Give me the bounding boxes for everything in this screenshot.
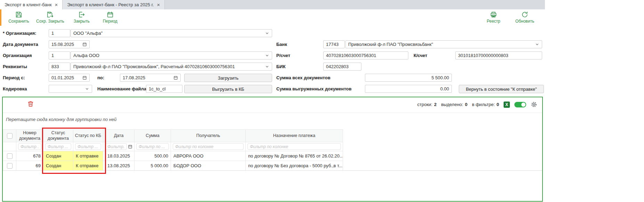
encoding-select[interactable] xyxy=(49,85,92,93)
cell-purpose: по договору № Договор № 8765 от 26.02.20… xyxy=(246,151,343,161)
calendar-icon[interactable] xyxy=(82,75,87,80)
table-row[interactable]: 69 Создан К отправке 13.08.2025 5 000.00… xyxy=(3,161,343,171)
column-header-date[interactable]: Дата xyxy=(103,130,134,142)
column-header-sum[interactable]: Сумма xyxy=(134,130,171,142)
save-label: Сохранить xyxy=(8,19,29,24)
label-sum-all: Сумма всех документов xyxy=(276,75,331,80)
calendar-icon[interactable] xyxy=(128,144,132,149)
close-icon xyxy=(78,11,85,18)
tab-close-icon[interactable]: × xyxy=(157,2,160,7)
column-header-kb-status[interactable]: Статус по КБ xyxy=(73,130,103,142)
period-button[interactable]: Период xyxy=(99,11,121,24)
bank-select[interactable]: Приволжский ф-л ПАО "Промсвязьбанк" xyxy=(345,40,542,48)
selected-count-label: выделено: xyxy=(441,102,463,107)
sum-all-input[interactable]: 5 500.00 xyxy=(365,74,452,82)
tab-label: Экспорт в клиент-банк - Реестр за 2025 г… xyxy=(67,2,154,7)
gear-icon[interactable] xyxy=(531,101,537,108)
cell-payee: АВРОРА ООО xyxy=(171,151,246,161)
close-button[interactable]: Закрыть xyxy=(71,11,93,24)
label-sum-exported: Сумма выгруженных документов xyxy=(276,86,352,91)
save-icon xyxy=(15,11,23,18)
chevron-down-icon xyxy=(265,31,269,35)
app-window: Экспорт в клиент-банк × Экспорт в клиент… xyxy=(0,0,545,202)
row-checkbox[interactable] xyxy=(7,153,13,159)
trash-icon xyxy=(27,100,34,107)
export-kb-button[interactable]: Выгрузить в КБ xyxy=(184,85,272,93)
account-input[interactable]: 40702810603000756301 xyxy=(323,51,408,59)
accent-strip xyxy=(0,9,1,26)
selected-count-value: 0 xyxy=(465,102,467,107)
label-organization: Организация xyxy=(3,53,32,58)
corr-account-input[interactable]: 30101810700000000803 xyxy=(455,51,542,59)
requisites-code-input[interactable]: 833 xyxy=(49,63,70,71)
label-organization-required: * Организация: xyxy=(3,31,36,36)
save-button[interactable]: Сохранить xyxy=(8,11,30,24)
chevron-down-icon xyxy=(265,53,269,58)
period-to-input[interactable]: 17.08.2025 xyxy=(120,74,181,82)
table-filter-row xyxy=(3,142,343,151)
bank-code-input[interactable]: 17743 xyxy=(323,40,345,48)
filter-purpose-input[interactable] xyxy=(247,143,341,150)
cell-date: 13.08.2025 xyxy=(103,161,134,171)
doc-date-input[interactable]: 15.08.2025 xyxy=(49,40,90,48)
documents-grid-panel: строки:2 выделено:0 в фильтре:0 X Перета… xyxy=(2,97,543,202)
tab-export-client-bank[interactable]: Экспорт в клиент-банк × xyxy=(0,0,63,9)
period-from-input[interactable]: 01.01.2025 xyxy=(49,74,90,82)
toggle-knob xyxy=(521,103,525,107)
save-close-button[interactable]: Сохр. Закрыть xyxy=(36,11,64,24)
filter-sum-input[interactable] xyxy=(136,143,169,150)
filter-doc-status-input[interactable] xyxy=(45,143,71,150)
column-header-purpose[interactable]: Назначение платежа xyxy=(246,130,343,142)
grid-toggle[interactable] xyxy=(514,102,526,107)
cell-doc-status: Создан xyxy=(43,161,73,171)
label-doc-date: Дата документа xyxy=(3,42,38,47)
column-header-doc-status[interactable]: Статус документа xyxy=(43,130,73,142)
cell-date: 18.03.2025 xyxy=(103,151,134,161)
label-filename: Наименование файла xyxy=(97,86,146,91)
filter-kb-status-input[interactable] xyxy=(75,143,101,150)
calendar-icon[interactable] xyxy=(82,42,87,47)
filter-doc-number-input[interactable] xyxy=(18,143,41,150)
return-state-button[interactable]: Вернуть в состояние "К отправке" xyxy=(459,85,544,93)
row-checkbox[interactable] xyxy=(7,163,13,169)
toolbar: Сохранить Сохр. Закрыть Закрыть Период xyxy=(0,9,545,26)
calendar-icon[interactable] xyxy=(173,75,178,80)
tab-close-icon[interactable]: × xyxy=(55,2,58,7)
period-label: Период xyxy=(103,19,117,24)
tab-export-registry-2025[interactable]: Экспорт в клиент-банк - Реестр за 2025 г… xyxy=(63,0,165,9)
organization-select[interactable]: ООО "Альфа" xyxy=(71,29,272,37)
label-bik: БИК xyxy=(276,64,286,69)
cell-kb-status: К отправке xyxy=(73,151,103,161)
close-label: Закрыть xyxy=(74,19,90,24)
org-select[interactable]: Альфа ООО xyxy=(71,51,272,59)
load-button[interactable]: Загрузить xyxy=(184,74,272,82)
table-row[interactable]: 678 Создан К отправке 18.03.2025 500.00 … xyxy=(3,151,343,161)
filename-input[interactable]: 1c_to_cl xyxy=(146,85,182,93)
refresh-button[interactable]: Обновить xyxy=(514,11,536,24)
bik-input[interactable]: 042202803 xyxy=(323,63,361,71)
refresh-label: Обновить xyxy=(515,19,534,24)
cell-doc-status: Создан xyxy=(43,151,73,161)
filtered-count-label: в фильтре: xyxy=(472,102,495,107)
sum-exported-input[interactable]: 0.00 xyxy=(365,85,452,93)
panel-divider xyxy=(3,113,542,113)
filtered-count-value: 0 xyxy=(497,102,499,107)
excel-export-icon[interactable]: X xyxy=(504,102,510,108)
registry-button[interactable]: Реестр xyxy=(482,11,505,24)
grid-bottom-divider xyxy=(3,170,542,171)
label-bank: Банк xyxy=(276,42,287,47)
cell-payee: БОДОР ООО xyxy=(171,161,246,171)
rows-count-value: 2 xyxy=(434,102,437,107)
save-close-icon xyxy=(46,11,54,18)
select-all-checkbox[interactable] xyxy=(7,133,13,139)
column-header-doc-number[interactable]: Номер документа xyxy=(16,130,43,142)
cell-sum: 5 000.00 xyxy=(134,161,171,171)
group-by-hint: Перетащите сюда колонку для группировки … xyxy=(6,117,116,122)
filter-date-input[interactable] xyxy=(105,143,127,150)
org-code-input[interactable]: 1 xyxy=(49,51,70,59)
delete-button[interactable] xyxy=(27,100,34,108)
filter-payee-input[interactable] xyxy=(173,143,244,150)
requisites-select[interactable]: Приволжский ф-л ПАО "Промсвязьбанк", Рас… xyxy=(71,63,272,71)
column-header-payee[interactable]: Получатель xyxy=(171,130,246,142)
organization-code-input[interactable]: 1 xyxy=(49,29,70,37)
